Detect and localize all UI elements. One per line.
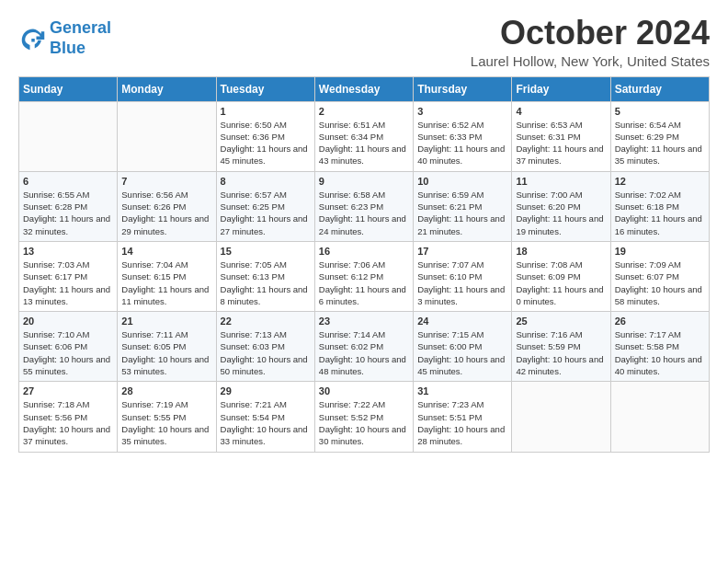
- calendar-cell: 5Sunrise: 6:54 AM Sunset: 6:29 PM Daylig…: [610, 101, 709, 171]
- day-number: 28: [121, 385, 211, 396]
- day-number: 16: [319, 246, 409, 257]
- day-detail: Sunrise: 6:59 AM Sunset: 6:21 PM Dayligh…: [417, 189, 507, 237]
- calendar-cell: 10Sunrise: 6:59 AM Sunset: 6:21 PM Dayli…: [414, 171, 512, 241]
- calendar-cell: 18Sunrise: 7:08 AM Sunset: 6:09 PM Dayli…: [512, 241, 610, 311]
- day-number: 21: [121, 316, 211, 327]
- day-number: 30: [319, 385, 409, 396]
- calendar-cell: 20Sunrise: 7:10 AM Sunset: 6:06 PM Dayli…: [19, 312, 118, 382]
- day-number: 11: [516, 176, 606, 187]
- day-detail: Sunrise: 6:53 AM Sunset: 6:31 PM Dayligh…: [516, 119, 606, 167]
- day-detail: Sunrise: 6:54 AM Sunset: 6:29 PM Dayligh…: [615, 119, 705, 167]
- calendar-cell: [19, 101, 118, 171]
- day-detail: Sunrise: 7:03 AM Sunset: 6:17 PM Dayligh…: [23, 259, 113, 307]
- day-number: 3: [417, 106, 507, 117]
- day-number: 14: [121, 246, 211, 257]
- calendar-cell: 12Sunrise: 7:02 AM Sunset: 6:18 PM Dayli…: [610, 171, 709, 241]
- day-number: 4: [516, 106, 606, 117]
- day-number: 24: [417, 316, 507, 327]
- calendar-cell: 31Sunrise: 7:23 AM Sunset: 5:51 PM Dayli…: [414, 382, 512, 452]
- day-number: 2: [319, 106, 409, 117]
- weekday-header-sunday: Sunday: [19, 76, 118, 101]
- weekday-header-friday: Friday: [512, 76, 610, 101]
- day-number: 7: [121, 176, 211, 187]
- calendar-cell: 21Sunrise: 7:11 AM Sunset: 6:05 PM Dayli…: [118, 312, 216, 382]
- day-detail: Sunrise: 7:18 AM Sunset: 5:56 PM Dayligh…: [23, 398, 113, 447]
- day-detail: Sunrise: 7:21 AM Sunset: 5:54 PM Dayligh…: [221, 398, 311, 447]
- calendar-cell: 27Sunrise: 7:18 AM Sunset: 5:56 PM Dayli…: [19, 382, 118, 452]
- title-block: October 2024 Laurel Hollow, New York, Un…: [471, 15, 710, 69]
- weekday-row: SundayMondayTuesdayWednesdayThursdayFrid…: [19, 76, 710, 101]
- calendar-cell: 4Sunrise: 6:53 AM Sunset: 6:31 PM Daylig…: [512, 101, 610, 171]
- day-number: 8: [221, 176, 311, 187]
- page-header: General Blue October 2024 Laurel Hollow,…: [18, 15, 710, 69]
- day-detail: Sunrise: 6:57 AM Sunset: 6:25 PM Dayligh…: [221, 189, 311, 237]
- day-detail: Sunrise: 7:19 AM Sunset: 5:55 PM Dayligh…: [121, 398, 211, 447]
- weekday-header-saturday: Saturday: [610, 76, 709, 101]
- calendar-cell: [610, 382, 709, 452]
- logo-icon: [18, 26, 48, 52]
- day-detail: Sunrise: 7:11 AM Sunset: 6:05 PM Dayligh…: [121, 328, 211, 377]
- calendar-cell: 8Sunrise: 6:57 AM Sunset: 6:25 PM Daylig…: [216, 171, 314, 241]
- day-number: 15: [221, 246, 311, 257]
- day-detail: Sunrise: 7:02 AM Sunset: 6:18 PM Dayligh…: [615, 189, 705, 237]
- calendar-cell: 26Sunrise: 7:17 AM Sunset: 5:58 PM Dayli…: [610, 312, 709, 382]
- calendar-cell: 11Sunrise: 7:00 AM Sunset: 6:20 PM Dayli…: [512, 171, 610, 241]
- logo: General Blue: [18, 18, 111, 58]
- calendar-week-0: 1Sunrise: 6:50 AM Sunset: 6:36 PM Daylig…: [19, 101, 710, 171]
- day-number: 18: [516, 246, 606, 257]
- weekday-header-monday: Monday: [118, 76, 216, 101]
- day-number: 31: [417, 385, 507, 396]
- calendar-cell: 25Sunrise: 7:16 AM Sunset: 5:59 PM Dayli…: [512, 312, 610, 382]
- weekday-header-thursday: Thursday: [414, 76, 512, 101]
- weekday-header-tuesday: Tuesday: [216, 76, 314, 101]
- day-detail: Sunrise: 7:17 AM Sunset: 5:58 PM Dayligh…: [615, 328, 705, 377]
- day-detail: Sunrise: 7:23 AM Sunset: 5:51 PM Dayligh…: [417, 398, 507, 447]
- day-number: 25: [516, 316, 606, 327]
- day-number: 22: [221, 316, 311, 327]
- calendar-cell: 17Sunrise: 7:07 AM Sunset: 6:10 PM Dayli…: [414, 241, 512, 311]
- calendar-cell: 3Sunrise: 6:52 AM Sunset: 6:33 PM Daylig…: [414, 101, 512, 171]
- calendar-cell: 7Sunrise: 6:56 AM Sunset: 6:26 PM Daylig…: [118, 171, 216, 241]
- calendar-cell: [118, 101, 216, 171]
- calendar-cell: 24Sunrise: 7:15 AM Sunset: 6:00 PM Dayli…: [414, 312, 512, 382]
- day-number: 29: [221, 385, 311, 396]
- calendar-cell: 28Sunrise: 7:19 AM Sunset: 5:55 PM Dayli…: [118, 382, 216, 452]
- day-number: 19: [615, 246, 705, 257]
- day-number: 20: [23, 316, 113, 327]
- calendar-cell: 14Sunrise: 7:04 AM Sunset: 6:15 PM Dayli…: [118, 241, 216, 311]
- day-detail: Sunrise: 7:09 AM Sunset: 6:07 PM Dayligh…: [615, 259, 705, 307]
- day-detail: Sunrise: 6:58 AM Sunset: 6:23 PM Dayligh…: [319, 189, 409, 237]
- day-detail: Sunrise: 7:10 AM Sunset: 6:06 PM Dayligh…: [23, 328, 113, 377]
- calendar-cell: 13Sunrise: 7:03 AM Sunset: 6:17 PM Dayli…: [19, 241, 118, 311]
- day-detail: Sunrise: 7:22 AM Sunset: 5:52 PM Dayligh…: [319, 398, 409, 447]
- day-detail: Sunrise: 6:52 AM Sunset: 6:33 PM Dayligh…: [417, 119, 507, 167]
- location: Laurel Hollow, New York, United States: [471, 53, 710, 69]
- weekday-header-wednesday: Wednesday: [314, 76, 413, 101]
- calendar-cell: 6Sunrise: 6:55 AM Sunset: 6:28 PM Daylig…: [19, 171, 118, 241]
- calendar-week-1: 6Sunrise: 6:55 AM Sunset: 6:28 PM Daylig…: [19, 171, 710, 241]
- calendar-cell: 2Sunrise: 6:51 AM Sunset: 6:34 PM Daylig…: [314, 101, 413, 171]
- day-detail: Sunrise: 6:51 AM Sunset: 6:34 PM Dayligh…: [319, 119, 409, 167]
- day-number: 27: [23, 385, 113, 396]
- calendar-cell: 1Sunrise: 6:50 AM Sunset: 6:36 PM Daylig…: [216, 101, 314, 171]
- day-detail: Sunrise: 6:50 AM Sunset: 6:36 PM Dayligh…: [221, 119, 311, 167]
- logo-blue: Blue: [50, 39, 85, 57]
- day-number: 9: [319, 176, 409, 187]
- calendar-cell: 9Sunrise: 6:58 AM Sunset: 6:23 PM Daylig…: [314, 171, 413, 241]
- day-detail: Sunrise: 7:16 AM Sunset: 5:59 PM Dayligh…: [516, 328, 606, 377]
- day-detail: Sunrise: 7:00 AM Sunset: 6:20 PM Dayligh…: [516, 189, 606, 237]
- day-number: 12: [615, 176, 705, 187]
- calendar-cell: 30Sunrise: 7:22 AM Sunset: 5:52 PM Dayli…: [314, 382, 413, 452]
- day-number: 6: [23, 176, 113, 187]
- day-detail: Sunrise: 7:05 AM Sunset: 6:13 PM Dayligh…: [221, 259, 311, 307]
- day-detail: Sunrise: 7:07 AM Sunset: 6:10 PM Dayligh…: [417, 259, 507, 307]
- day-detail: Sunrise: 7:13 AM Sunset: 6:03 PM Dayligh…: [221, 328, 311, 377]
- day-detail: Sunrise: 7:14 AM Sunset: 6:02 PM Dayligh…: [319, 328, 409, 377]
- day-detail: Sunrise: 6:55 AM Sunset: 6:28 PM Dayligh…: [23, 189, 113, 237]
- calendar-cell: 23Sunrise: 7:14 AM Sunset: 6:02 PM Dayli…: [314, 312, 413, 382]
- day-detail: Sunrise: 7:06 AM Sunset: 6:12 PM Dayligh…: [319, 259, 409, 307]
- logo-text: General Blue: [50, 18, 111, 58]
- day-detail: Sunrise: 7:04 AM Sunset: 6:15 PM Dayligh…: [121, 259, 211, 307]
- calendar-cell: 15Sunrise: 7:05 AM Sunset: 6:13 PM Dayli…: [216, 241, 314, 311]
- day-number: 5: [615, 106, 705, 117]
